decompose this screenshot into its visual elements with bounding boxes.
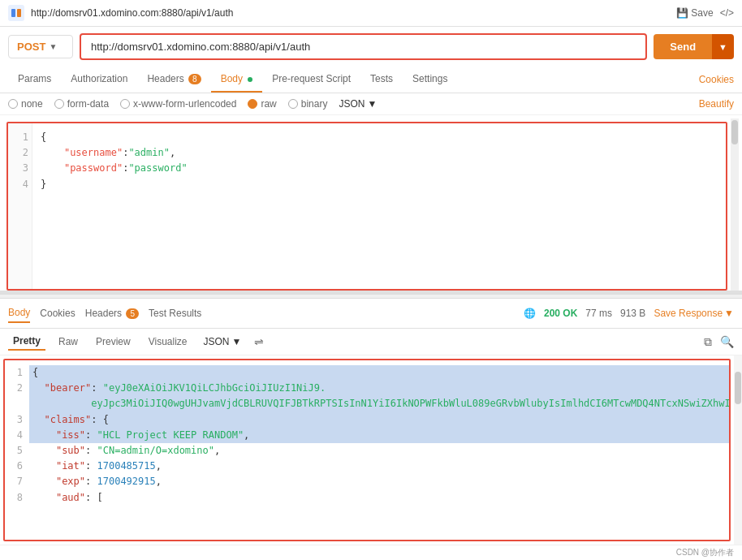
radio-binary[interactable]: binary: [288, 98, 328, 110]
resp-tab-test-results[interactable]: Test Results: [149, 304, 201, 322]
app-container: http://domsrv01.xdomino.com:8880/api/v1/…: [0, 0, 742, 560]
resp-tab-body[interactable]: Body: [8, 304, 30, 323]
line-numbers: 1 2 3 4: [8, 123, 32, 289]
resp-line-4: 4 "iss": "HCL Project KEEP RANDOM",: [5, 428, 729, 443]
tab-body[interactable]: Body: [211, 67, 263, 93]
top-bar-actions: 💾 Save </>: [676, 7, 734, 19]
tab-params[interactable]: Params: [8, 67, 61, 93]
code-content[interactable]: { "username":"admin", "password":"passwo…: [32, 123, 726, 289]
send-btn-container: Send ▼: [654, 34, 734, 59]
resp-line-6: 6 "iat": 1700485715,: [5, 459, 729, 474]
method-chevron-icon: ▼: [49, 42, 57, 51]
json-format-select[interactable]: JSON ▼: [339, 98, 377, 110]
response-section: Body Cookies Headers 5 Test Results 🌐 20…: [0, 299, 742, 545]
save-response-chevron-icon: ▼: [724, 308, 734, 319]
view-tab-visualize[interactable]: Visualize: [144, 334, 192, 350]
app-icon: [8, 5, 24, 21]
send-chevron-button[interactable]: ▼: [712, 34, 734, 59]
resp-line-8: 8 "aud": [: [5, 490, 729, 506]
tab-tests[interactable]: Tests: [360, 67, 403, 93]
headers-badge: 8: [188, 74, 201, 84]
json-chevron-icon: ▼: [367, 98, 377, 110]
resp-line-5: 5 "sub": "CN=admin/O=xdomino",: [5, 443, 729, 459]
svg-rect-1: [17, 9, 21, 17]
response-format-select[interactable]: JSON ▼: [204, 336, 242, 347]
radio-binary-dot: [288, 99, 298, 109]
response-view-tabs: Pretty Raw Preview Visualize JSON ▼ ⇌ ⧉ …: [0, 329, 742, 355]
editor-scrollbar[interactable]: [731, 118, 739, 294]
radio-form-data-dot: [54, 99, 64, 109]
top-url-display: http://domsrv01.xdomino.com:8880/api/v1/…: [31, 7, 670, 19]
tab-pre-request[interactable]: Pre-request Script: [262, 67, 360, 93]
resp-line-1: 1 {: [5, 365, 729, 381]
copy-icon[interactable]: ⧉: [704, 335, 712, 349]
beautify-button[interactable]: Beautify: [699, 98, 734, 110]
view-tab-raw[interactable]: Raw: [54, 334, 83, 350]
view-tab-pretty[interactable]: Pretty: [8, 333, 45, 351]
view-tab-preview[interactable]: Preview: [91, 334, 136, 350]
radio-none[interactable]: none: [8, 98, 43, 110]
resp-tab-cookies[interactable]: Cookies: [40, 304, 75, 322]
code-button[interactable]: </>: [720, 7, 734, 19]
response-body-content[interactable]: 1 { 2 "bearer": "eyJ0eXAiOiJKV1QiLCJhbGc…: [5, 360, 729, 540]
tab-headers[interactable]: Headers 8: [137, 67, 210, 93]
radio-form-data[interactable]: form-data: [54, 98, 109, 110]
globe-icon: 🌐: [524, 308, 536, 319]
watermark: CSDN @协作者: [0, 545, 742, 560]
send-button[interactable]: Send: [654, 34, 712, 59]
editor-scrollbar-thumb: [731, 120, 738, 144]
nav-tabs: Params Authorization Headers 8 Body Pre-…: [0, 67, 742, 93]
search-icon[interactable]: 🔍: [720, 335, 734, 348]
tab-authorization[interactable]: Authorization: [61, 67, 137, 93]
response-status: 🌐 200 OK 77 ms 913 B Save Response ▼: [524, 308, 734, 319]
tab-cookies[interactable]: Cookies: [699, 74, 734, 85]
status-ok-badge: 200 OK: [544, 308, 577, 319]
request-bar: POST ▼ Send ▼: [0, 27, 742, 67]
tab-settings[interactable]: Settings: [403, 67, 457, 93]
radio-urlencoded-dot: [120, 99, 130, 109]
save-response-button[interactable]: Save Response ▼: [654, 308, 734, 319]
status-size: 913 B: [620, 308, 645, 319]
body-type-bar: none form-data x-www-form-urlencoded raw…: [0, 93, 742, 115]
top-bar: http://domsrv01.xdomino.com:8880/api/v1/…: [0, 0, 742, 27]
response-body-border: 1 { 2 "bearer": "eyJ0eXAiOiJKV1QiLCJhbGc…: [3, 359, 731, 541]
status-time: 77 ms: [585, 308, 612, 319]
resp-line-3: 3 "claims": {: [5, 412, 729, 428]
resp-line-7: 7 "exp": 1700492915,: [5, 474, 729, 489]
svg-rect-0: [11, 9, 15, 17]
response-header: Body Cookies Headers 5 Test Results 🌐 20…: [0, 299, 742, 329]
url-input[interactable]: [80, 33, 647, 60]
response-scrollbar-thumb: [735, 372, 741, 404]
radio-raw[interactable]: raw: [248, 98, 276, 110]
radio-urlencoded[interactable]: x-www-form-urlencoded: [120, 98, 236, 110]
body-dot-icon: [248, 77, 252, 82]
code-editor-border: 1 2 3 4 { "username":"admin", "password"…: [6, 122, 727, 291]
method-label: POST: [17, 41, 45, 53]
response-scrollbar[interactable]: [734, 355, 742, 545]
response-body: 1 { 2 "bearer": "eyJ0eXAiOiJKV1QiLCJhbGc…: [0, 355, 742, 545]
resp-tab-headers[interactable]: Headers 5: [85, 304, 139, 322]
code-editor: 1 2 3 4 { "username":"admin", "password"…: [0, 115, 742, 294]
filter-icon[interactable]: ⇌: [254, 335, 264, 348]
save-icon: 💾: [676, 7, 688, 19]
resp-line-2: 2 "bearer": "eyJ0eXAiOiJKV1QiLCJhbGciOiJ…: [5, 381, 729, 411]
method-select[interactable]: POST ▼: [8, 35, 73, 58]
format-chevron-icon: ▼: [232, 336, 242, 347]
save-button[interactable]: 💾 Save: [676, 7, 713, 19]
radio-raw-dot: [248, 99, 257, 109]
radio-none-dot: [8, 99, 18, 109]
resp-headers-badge: 5: [126, 308, 139, 319]
